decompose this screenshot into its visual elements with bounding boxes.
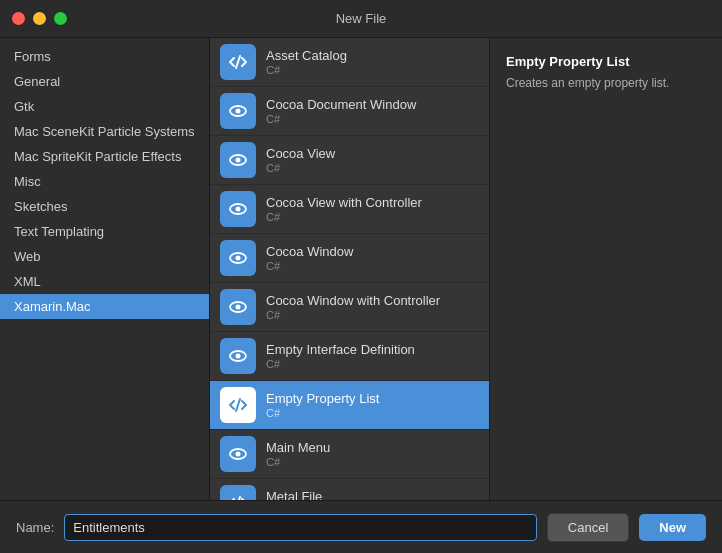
sidebar-item-web[interactable]: Web (0, 244, 209, 269)
file-name: Empty Property List (266, 391, 379, 406)
eye-icon (220, 93, 256, 129)
file-subtitle: C# (266, 407, 379, 419)
file-name: Cocoa Window (266, 244, 353, 259)
detail-panel: Empty Property List Creates an empty pro… (490, 38, 722, 500)
svg-point-4 (236, 158, 241, 163)
svg-point-10 (236, 305, 241, 310)
file-name: Main Menu (266, 440, 330, 455)
eye-icon (220, 240, 256, 276)
svg-line-0 (236, 56, 240, 68)
sidebar-item-mac-scenekit[interactable]: Mac SceneKit Particle Systems (0, 119, 209, 144)
sidebar-item-forms[interactable]: Forms (0, 44, 209, 69)
file-name: Asset Catalog (266, 48, 347, 63)
new-button[interactable]: New (639, 514, 706, 541)
detail-title: Empty Property List (506, 54, 706, 69)
file-list: Asset CatalogC# Cocoa Document WindowC# … (210, 38, 490, 500)
eye-icon (220, 289, 256, 325)
svg-point-8 (236, 256, 241, 261)
name-input[interactable] (64, 514, 537, 541)
eye-icon (220, 338, 256, 374)
close-button[interactable] (12, 12, 25, 25)
sidebar-item-misc[interactable]: Misc (0, 169, 209, 194)
eye-icon (220, 142, 256, 178)
file-subtitle: C# (266, 309, 440, 321)
sidebar-item-xamarin-mac[interactable]: Xamarin.Mac (0, 294, 209, 319)
window-controls (12, 12, 67, 25)
sidebar-item-general[interactable]: General (0, 69, 209, 94)
file-item-cocoa-view-controller[interactable]: Cocoa View with ControllerC# (210, 185, 489, 234)
file-subtitle: C# (266, 456, 330, 468)
sidebar-item-text-templating[interactable]: Text Templating (0, 219, 209, 244)
file-item-main-menu[interactable]: Main MenuC# (210, 430, 489, 479)
sidebar-item-xml[interactable]: XML (0, 269, 209, 294)
bottom-bar: Name: Cancel New (0, 500, 722, 553)
svg-point-12 (236, 354, 241, 359)
main-content: FormsGeneralGtkMac SceneKit Particle Sys… (0, 38, 722, 500)
file-name: Empty Interface Definition (266, 342, 415, 357)
file-name: Cocoa Document Window (266, 97, 416, 112)
title-bar: New File (0, 0, 722, 38)
file-subtitle: C# (266, 211, 422, 223)
file-name: Cocoa View (266, 146, 335, 161)
file-item-cocoa-view[interactable]: Cocoa ViewC# (210, 136, 489, 185)
svg-point-2 (236, 109, 241, 114)
file-subtitle: C# (266, 64, 347, 76)
maximize-button[interactable] (54, 12, 67, 25)
file-subtitle: C# (266, 162, 335, 174)
svg-line-13 (236, 399, 240, 411)
svg-point-6 (236, 207, 241, 212)
code-icon (220, 485, 256, 500)
file-item-cocoa-window[interactable]: Cocoa WindowC# (210, 234, 489, 283)
file-item-metal-file[interactable]: Metal FileC# (210, 479, 489, 500)
window-title: New File (336, 11, 387, 26)
file-item-cocoa-document-window[interactable]: Cocoa Document WindowC# (210, 87, 489, 136)
sidebar: FormsGeneralGtkMac SceneKit Particle Sys… (0, 38, 210, 500)
sidebar-item-sketches[interactable]: Sketches (0, 194, 209, 219)
file-name: Cocoa View with Controller (266, 195, 422, 210)
minimize-button[interactable] (33, 12, 46, 25)
file-subtitle: C# (266, 358, 415, 370)
name-label: Name: (16, 520, 54, 535)
cancel-button[interactable]: Cancel (547, 513, 629, 542)
code-icon (220, 44, 256, 80)
file-name: Metal File (266, 489, 322, 500)
file-item-empty-interface[interactable]: Empty Interface DefinitionC# (210, 332, 489, 381)
code-icon (220, 387, 256, 423)
file-item-asset-catalog[interactable]: Asset CatalogC# (210, 38, 489, 87)
file-name: Cocoa Window with Controller (266, 293, 440, 308)
svg-point-15 (236, 452, 241, 457)
svg-line-16 (236, 497, 240, 500)
sidebar-item-mac-spritekit[interactable]: Mac SpriteKit Particle Effects (0, 144, 209, 169)
sidebar-item-gtk[interactable]: Gtk (0, 94, 209, 119)
file-subtitle: C# (266, 260, 353, 272)
detail-description: Creates an empty property list. (506, 75, 706, 92)
file-item-empty-property-list[interactable]: Empty Property ListC# (210, 381, 489, 430)
eye-icon (220, 191, 256, 227)
file-subtitle: C# (266, 113, 416, 125)
file-item-cocoa-window-controller[interactable]: Cocoa Window with ControllerC# (210, 283, 489, 332)
eye-icon (220, 436, 256, 472)
